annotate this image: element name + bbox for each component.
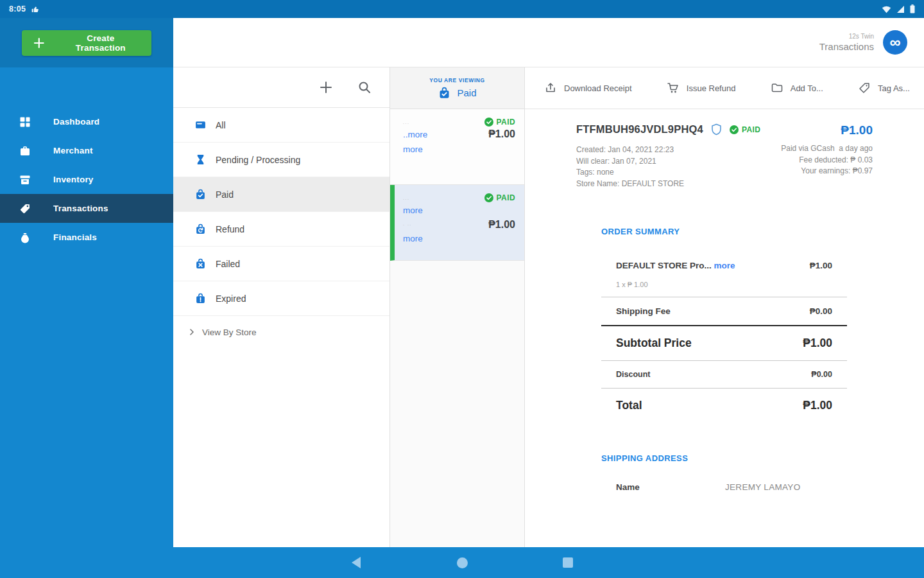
viewing-caption: YOU ARE VIEWING xyxy=(429,77,485,83)
sidebar-item-transactions[interactable]: Transactions xyxy=(0,194,173,223)
account-name: 12s Twin xyxy=(819,33,874,40)
clock: 8:05 xyxy=(9,4,26,13)
filter-toolbar xyxy=(173,67,389,108)
transaction-list-column: YOU ARE VIEWING Paid ... PAID xyxy=(390,67,525,547)
status-bar: 8:05 xyxy=(0,0,924,18)
filter-item-refund[interactable]: Refund xyxy=(173,212,389,247)
transaction-list-item-selected[interactable]: ... PAID more . .. ₱1.00 xyxy=(390,185,524,261)
wifi-icon xyxy=(882,5,891,13)
signal-icon xyxy=(896,5,905,13)
transaction-detail-panel: Download Receipt Issue Refund Add To... xyxy=(525,67,924,547)
archive-box-icon xyxy=(19,174,31,186)
discount-value: ₱0.00 xyxy=(811,370,832,379)
status-badge: PAID xyxy=(484,193,515,202)
name-label: Name xyxy=(616,482,725,492)
tag-outline-icon xyxy=(858,82,871,94)
transaction-amount: ₱1.00 xyxy=(488,128,515,140)
name-value: JEREMY LAMAYO xyxy=(725,482,800,492)
page-header: 12s Twin Transactions ∞ xyxy=(173,18,924,67)
chevron-right-icon xyxy=(188,328,196,336)
subtotal-label: Subtotal Price xyxy=(616,337,692,350)
sidebar: Create Transaction Dashboard Merchant xyxy=(0,18,173,547)
back-button[interactable] xyxy=(343,552,369,574)
sidebar-nav: Dashboard Merchant Inventory xyxy=(0,107,173,252)
total-value: ₱1.00 xyxy=(803,399,832,412)
home-button[interactable] xyxy=(449,552,475,574)
transaction-list-item[interactable]: ... PAID ..more ₱1.00 more xyxy=(390,109,524,185)
bag-expired-icon xyxy=(194,292,207,304)
hourglass-icon xyxy=(194,153,207,166)
all-transactions-icon xyxy=(194,119,207,131)
order-summary-heading: ORDER SUMMARY xyxy=(601,227,847,236)
filter-item-expired[interactable]: Expired xyxy=(173,281,389,316)
folder-icon xyxy=(771,82,783,94)
sidebar-item-inventory[interactable]: Inventory xyxy=(0,165,173,194)
issue-refund-button[interactable]: Issue Refund xyxy=(667,82,736,94)
transaction-meta: Created: Jan 04, 2021 22:23 Will clear: … xyxy=(576,144,760,189)
add-to-button[interactable]: Add To... xyxy=(771,82,823,94)
shield-icon[interactable] xyxy=(711,123,722,136)
search-icon[interactable] xyxy=(356,79,373,96)
tag-as-button[interactable]: Tag As... xyxy=(858,82,910,94)
bag-refund-icon xyxy=(194,223,207,235)
check-circle-icon xyxy=(484,118,493,127)
payment-meta: Paid via GCash a day ago Fee deducted: ₱… xyxy=(781,143,873,177)
download-receipt-button[interactable]: Download Receipt xyxy=(544,82,632,94)
viewing-value: Paid xyxy=(457,87,476,98)
check-circle-icon xyxy=(484,193,493,202)
bag-failed-icon xyxy=(194,258,207,270)
more-link[interactable]: more xyxy=(714,261,735,270)
profile-avatar[interactable]: ∞ xyxy=(883,30,907,55)
more-link[interactable]: more xyxy=(403,232,423,245)
more-link[interactable]: ..more xyxy=(403,128,427,141)
sidebar-item-financials[interactable]: Financials xyxy=(0,223,173,252)
status-badge: PAID xyxy=(730,125,760,134)
shipping-fee-value: ₱0.00 xyxy=(810,306,832,316)
viewing-header: YOU ARE VIEWING Paid xyxy=(390,67,524,109)
briefcase-icon xyxy=(19,145,31,157)
recents-button[interactable] xyxy=(555,552,581,574)
cart-icon xyxy=(667,82,680,94)
main-area: 12s Twin Transactions ∞ xyxy=(173,18,924,547)
discount-label: Discount xyxy=(616,370,650,379)
filter-item-failed[interactable]: Failed xyxy=(173,247,389,281)
detail-body: FTFMBUH96JVDL9PHQ4 PAID Created: Jan 04,… xyxy=(525,109,924,547)
add-icon[interactable] xyxy=(318,79,334,96)
tag-icon xyxy=(19,203,31,215)
sidebar-header: Create Transaction xyxy=(0,18,173,67)
create-transaction-button[interactable]: Create Transaction xyxy=(22,30,151,56)
order-summary-section: ORDER SUMMARY DEFAULT STORE Pro... more … xyxy=(601,227,847,423)
plus-icon xyxy=(33,37,45,49)
transaction-id: FTFMBUH96JVDL9PHQ4 xyxy=(576,123,703,136)
notification-hand-icon xyxy=(31,4,40,14)
check-circle-icon xyxy=(730,125,739,134)
sidebar-item-merchant[interactable]: Merchant xyxy=(0,136,173,165)
order-item-name: DEFAULT STORE Pro... more xyxy=(616,261,735,270)
sidebar-item-dashboard[interactable]: Dashboard xyxy=(0,107,173,136)
filter-item-paid[interactable]: Paid xyxy=(173,177,389,212)
order-item-price: ₱1.00 xyxy=(810,261,832,270)
filter-item-pending[interactable]: Pending / Processing xyxy=(173,143,389,177)
filter-column: All Pending / Processing Paid xyxy=(173,67,390,547)
bag-check-icon xyxy=(194,188,207,200)
detail-toolbar: Download Receipt Issue Refund Add To... xyxy=(525,67,924,109)
home-circle-icon xyxy=(457,557,468,568)
more-link[interactable]: more xyxy=(403,204,423,217)
shipping-address-heading: SHIPPING ADDRESS xyxy=(601,453,847,463)
filter-item-all[interactable]: All xyxy=(173,108,389,143)
view-by-store-toggle[interactable]: View By Store xyxy=(173,316,389,348)
transaction-amount: ₱1.00 xyxy=(488,219,515,231)
order-item-qty: 1 x ₱ 1.00 xyxy=(616,281,847,288)
bag-check-icon xyxy=(438,86,451,100)
more-link[interactable]: more xyxy=(403,143,423,156)
subtotal-value: ₱1.00 xyxy=(803,337,832,350)
shipping-fee-label: Shipping Fee xyxy=(616,306,671,316)
transaction-total-amount: ₱1.00 xyxy=(781,123,873,137)
download-icon xyxy=(544,82,557,94)
recents-square-icon xyxy=(563,557,573,568)
status-badge: PAID xyxy=(484,118,515,127)
create-transaction-label: Create Transaction xyxy=(62,33,140,53)
android-nav-bar xyxy=(0,547,924,578)
back-triangle-icon xyxy=(352,557,361,568)
money-bag-icon xyxy=(19,232,31,243)
